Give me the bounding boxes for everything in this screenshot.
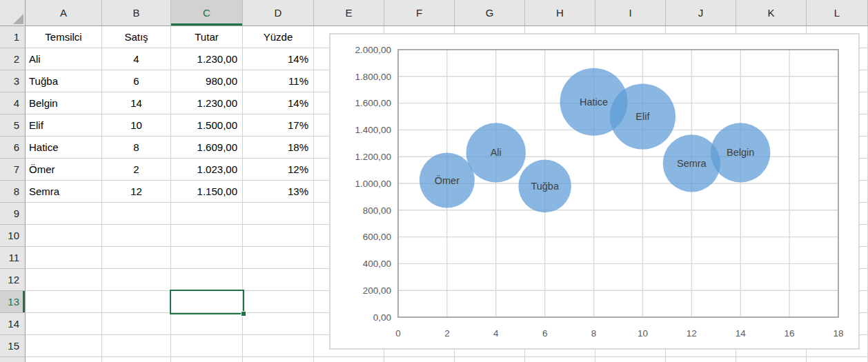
fill-handle[interactable] xyxy=(241,311,246,316)
column-header-E[interactable]: E xyxy=(314,0,384,26)
cell-C6[interactable]: 1.609,00 xyxy=(171,137,243,159)
cell-D1[interactable]: Yüzde xyxy=(243,26,314,48)
cell-B3[interactable]: 6 xyxy=(102,70,171,92)
cell-B14[interactable] xyxy=(102,313,171,335)
cell-D9[interactable] xyxy=(243,203,314,225)
row-header-12[interactable]: 12 xyxy=(0,269,26,291)
cell-B4[interactable]: 14 xyxy=(102,92,171,114)
cell-C1[interactable]: Tutar xyxy=(171,26,243,48)
column-header-K[interactable]: K xyxy=(736,0,807,26)
cell-D4[interactable]: 14% xyxy=(243,92,314,114)
cell-D15[interactable] xyxy=(243,335,314,357)
cell-A4[interactable]: Belgin xyxy=(26,92,102,114)
column-header-B[interactable]: B xyxy=(102,0,171,26)
cell-C10[interactable] xyxy=(171,225,243,247)
cell-C15[interactable] xyxy=(171,335,243,357)
cell-B9[interactable] xyxy=(102,203,171,225)
cell-A10[interactable] xyxy=(26,225,102,247)
cell-A3[interactable]: Tuğba xyxy=(26,70,102,92)
cell-B12[interactable] xyxy=(102,269,171,291)
cell-C5[interactable]: 1.500,00 xyxy=(171,114,243,137)
cell-F16[interactable] xyxy=(384,357,455,362)
cell-A6[interactable]: Hatice xyxy=(26,137,102,159)
cell-A5[interactable]: Elif xyxy=(26,114,102,137)
cell-D2[interactable]: 14% xyxy=(243,48,314,70)
cell-G16[interactable] xyxy=(455,357,525,362)
column-header-G[interactable]: G xyxy=(455,0,525,26)
cell-A14[interactable] xyxy=(26,313,102,335)
cell-B16[interactable] xyxy=(102,357,171,362)
cell-D13[interactable] xyxy=(243,291,314,313)
bubble-chart[interactable]: 0,00200,00400,00600,00800,001.000,001.20… xyxy=(329,33,860,350)
cell-C9[interactable] xyxy=(171,203,243,225)
column-header-D[interactable]: D xyxy=(243,0,314,26)
cell-A16[interactable] xyxy=(26,357,102,362)
row-header-3[interactable]: 3 xyxy=(0,70,26,92)
cell-E16[interactable] xyxy=(314,357,384,362)
cell-D11[interactable] xyxy=(243,247,314,269)
cell-D12[interactable] xyxy=(243,269,314,291)
row-header-5[interactable]: 5 xyxy=(0,114,26,137)
cell-D6[interactable]: 18% xyxy=(243,137,314,159)
column-header-C[interactable]: C xyxy=(171,0,243,26)
active-cell-outline[interactable] xyxy=(170,290,244,314)
row-header-16[interactable] xyxy=(0,357,26,362)
cell-J16[interactable] xyxy=(666,357,736,362)
row-header-8[interactable]: 8 xyxy=(0,181,26,203)
cell-B1[interactable]: Satış xyxy=(102,26,171,48)
cell-C8[interactable]: 1.150,00 xyxy=(171,181,243,203)
row-header-4[interactable]: 4 xyxy=(0,92,26,114)
cell-B15[interactable] xyxy=(102,335,171,357)
select-all-button[interactable] xyxy=(0,0,26,26)
cell-C2[interactable]: 1.230,00 xyxy=(171,48,243,70)
row-header-11[interactable]: 11 xyxy=(0,247,26,269)
cell-C12[interactable] xyxy=(171,269,243,291)
cell-A1[interactable]: Temsilci xyxy=(26,26,102,48)
cell-B5[interactable]: 10 xyxy=(102,114,171,137)
row-header-10[interactable]: 10 xyxy=(0,225,26,247)
column-header-H[interactable]: H xyxy=(525,0,595,26)
cell-B13[interactable] xyxy=(102,291,171,313)
cell-D5[interactable]: 17% xyxy=(243,114,314,137)
column-header-F[interactable]: F xyxy=(384,0,455,26)
cell-A12[interactable] xyxy=(26,269,102,291)
column-header-J[interactable]: J xyxy=(666,0,736,26)
cell-C16[interactable] xyxy=(171,357,243,362)
cell-A8[interactable]: Semra xyxy=(26,181,102,203)
row-header-1[interactable]: 1 xyxy=(0,26,26,48)
row-header-14[interactable]: 14 xyxy=(0,313,26,335)
cell-L16[interactable] xyxy=(807,357,868,362)
cell-H16[interactable] xyxy=(525,357,595,362)
cell-B10[interactable] xyxy=(102,225,171,247)
cell-I16[interactable] xyxy=(595,357,666,362)
cell-D14[interactable] xyxy=(243,313,314,335)
cell-C11[interactable] xyxy=(171,247,243,269)
cell-D10[interactable] xyxy=(243,225,314,247)
cell-D7[interactable]: 12% xyxy=(243,159,314,181)
row-header-7[interactable]: 7 xyxy=(0,159,26,181)
cell-D8[interactable]: 13% xyxy=(243,181,314,203)
column-header-L[interactable]: L xyxy=(807,0,868,26)
cell-B11[interactable] xyxy=(102,247,171,269)
row-header-2[interactable]: 2 xyxy=(0,48,26,70)
cell-D16[interactable] xyxy=(243,357,314,362)
row-header-9[interactable]: 9 xyxy=(0,203,26,225)
cell-A7[interactable]: Ömer xyxy=(26,159,102,181)
cell-C4[interactable]: 1.230,00 xyxy=(171,92,243,114)
row-header-13[interactable]: 13 xyxy=(0,291,26,313)
column-header-A[interactable]: A xyxy=(26,0,102,26)
cell-A15[interactable] xyxy=(26,335,102,357)
cell-A9[interactable] xyxy=(26,203,102,225)
cell-K16[interactable] xyxy=(736,357,807,362)
cell-C7[interactable]: 1.023,00 xyxy=(171,159,243,181)
cell-B7[interactable]: 2 xyxy=(102,159,171,181)
column-header-I[interactable]: I xyxy=(595,0,666,26)
cell-C3[interactable]: 980,00 xyxy=(171,70,243,92)
row-header-6[interactable]: 6 xyxy=(0,137,26,159)
cell-C14[interactable] xyxy=(171,313,243,335)
cell-A2[interactable]: Ali xyxy=(26,48,102,70)
row-header-15[interactable]: 15 xyxy=(0,335,26,357)
cell-D3[interactable]: 11% xyxy=(243,70,314,92)
cell-A13[interactable] xyxy=(26,291,102,313)
cell-B2[interactable]: 4 xyxy=(102,48,171,70)
